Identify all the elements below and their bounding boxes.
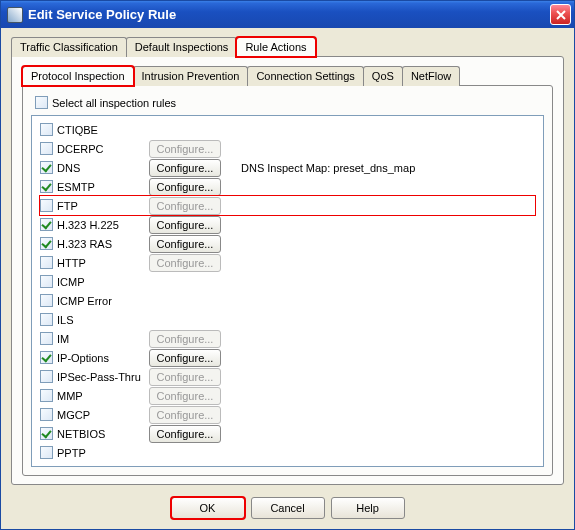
rule-row: MMPConfigure... bbox=[40, 386, 535, 405]
rule-name: NETBIOS bbox=[57, 428, 149, 440]
rule-name: ESMTP bbox=[57, 181, 149, 193]
rule-name: IP-Options bbox=[57, 352, 149, 364]
rule-row: IMConfigure... bbox=[40, 329, 535, 348]
rule-name: CTIQBE bbox=[57, 124, 149, 136]
configure-button: Configure... bbox=[149, 140, 221, 158]
sub-tabs: Protocol InspectionIntrusion PreventionC… bbox=[22, 65, 553, 85]
configure-button: Configure... bbox=[149, 197, 221, 215]
help-button[interactable]: Help bbox=[331, 497, 405, 519]
rule-checkbox[interactable] bbox=[40, 313, 53, 326]
rule-name: ICMP bbox=[57, 276, 149, 288]
rule-row: H.323 H.225Configure... bbox=[40, 215, 535, 234]
rule-checkbox[interactable] bbox=[40, 142, 53, 155]
rule-name: HTTP bbox=[57, 257, 149, 269]
sub-tab-0[interactable]: Protocol Inspection bbox=[22, 66, 134, 86]
rule-checkbox[interactable] bbox=[40, 370, 53, 383]
rule-checkbox[interactable] bbox=[40, 199, 53, 212]
rule-name: H.323 RAS bbox=[57, 238, 149, 250]
rule-name: PPTP bbox=[57, 447, 149, 459]
app-icon bbox=[7, 7, 23, 23]
rule-row: IP-OptionsConfigure... bbox=[40, 348, 535, 367]
configure-button: Configure... bbox=[149, 406, 221, 424]
dialog-window: Edit Service Policy Rule Traffic Classif… bbox=[0, 0, 575, 530]
rule-checkbox[interactable] bbox=[40, 446, 53, 459]
rule-name: FTP bbox=[57, 200, 149, 212]
configure-button[interactable]: Configure... bbox=[149, 425, 221, 443]
configure-button[interactable]: Configure... bbox=[149, 349, 221, 367]
configure-button: Configure... bbox=[149, 254, 221, 272]
rule-checkbox[interactable] bbox=[40, 351, 53, 364]
rule-row: FTPConfigure... bbox=[40, 196, 535, 215]
content-area: Traffic ClassificationDefault Inspection… bbox=[1, 28, 574, 489]
rule-name: MMP bbox=[57, 390, 149, 402]
rule-row: H.323 RASConfigure... bbox=[40, 234, 535, 253]
rule-checkbox[interactable] bbox=[40, 161, 53, 174]
main-tab-1[interactable]: Default Inspections bbox=[126, 37, 238, 57]
configure-button: Configure... bbox=[149, 368, 221, 386]
main-pane: Protocol InspectionIntrusion PreventionC… bbox=[11, 56, 564, 485]
rule-checkbox[interactable] bbox=[40, 123, 53, 136]
rule-row: DNSConfigure...DNS Inspect Map: preset_d… bbox=[40, 158, 535, 177]
select-all-row: Select all inspection rules bbox=[35, 96, 544, 109]
rules-list-container: CTIQBEDCERPCConfigure...DNSConfigure...D… bbox=[31, 115, 544, 467]
rules-list[interactable]: CTIQBEDCERPCConfigure...DNSConfigure...D… bbox=[32, 116, 543, 466]
rule-checkbox[interactable] bbox=[40, 275, 53, 288]
rule-checkbox[interactable] bbox=[40, 408, 53, 421]
window-title: Edit Service Policy Rule bbox=[28, 7, 550, 22]
sub-tab-3[interactable]: QoS bbox=[363, 66, 403, 86]
configure-button[interactable]: Configure... bbox=[149, 216, 221, 234]
rule-checkbox[interactable] bbox=[40, 180, 53, 193]
main-tab-2[interactable]: Rule Actions bbox=[236, 37, 315, 57]
rule-checkbox[interactable] bbox=[40, 427, 53, 440]
rule-checkbox[interactable] bbox=[40, 237, 53, 250]
rule-row: ICMP Error bbox=[40, 291, 535, 310]
configure-button[interactable]: Configure... bbox=[149, 159, 221, 177]
title-bar: Edit Service Policy Rule bbox=[1, 1, 574, 28]
configure-button: Configure... bbox=[149, 330, 221, 348]
main-tabs: Traffic ClassificationDefault Inspection… bbox=[11, 36, 564, 56]
rule-row: ICMP bbox=[40, 272, 535, 291]
rule-checkbox[interactable] bbox=[40, 389, 53, 402]
rule-row: PPTP bbox=[40, 443, 535, 462]
configure-button[interactable]: Configure... bbox=[149, 235, 221, 253]
configure-button: Configure... bbox=[149, 387, 221, 405]
main-tab-0[interactable]: Traffic Classification bbox=[11, 37, 127, 57]
rule-row: DCERPCConfigure... bbox=[40, 139, 535, 158]
rule-name: MGCP bbox=[57, 409, 149, 421]
rule-info: DNS Inspect Map: preset_dns_map bbox=[241, 162, 415, 174]
rule-checkbox[interactable] bbox=[40, 218, 53, 231]
rule-name: ILS bbox=[57, 314, 149, 326]
dialog-buttons: OK Cancel Help bbox=[1, 489, 574, 529]
select-all-checkbox[interactable] bbox=[35, 96, 48, 109]
configure-button[interactable]: Configure... bbox=[149, 178, 221, 196]
close-button[interactable] bbox=[550, 4, 571, 25]
rule-row: IPSec-Pass-ThruConfigure... bbox=[40, 367, 535, 386]
rule-name: DCERPC bbox=[57, 143, 149, 155]
ok-button[interactable]: OK bbox=[171, 497, 245, 519]
rule-row: MGCPConfigure... bbox=[40, 405, 535, 424]
sub-tab-1[interactable]: Intrusion Prevention bbox=[133, 66, 249, 86]
rule-row: HTTPConfigure... bbox=[40, 253, 535, 272]
rule-row: ILS bbox=[40, 310, 535, 329]
rule-row: CTIQBE bbox=[40, 120, 535, 139]
rule-row: ESMTPConfigure... bbox=[40, 177, 535, 196]
select-all-label: Select all inspection rules bbox=[52, 97, 176, 109]
rule-name: IPSec-Pass-Thru bbox=[57, 371, 149, 383]
rule-name: ICMP Error bbox=[57, 295, 149, 307]
rule-checkbox[interactable] bbox=[40, 256, 53, 269]
rule-checkbox[interactable] bbox=[40, 294, 53, 307]
rule-name: H.323 H.225 bbox=[57, 219, 149, 231]
rule-name: DNS bbox=[57, 162, 149, 174]
rule-row: NETBIOSConfigure... bbox=[40, 424, 535, 443]
close-icon bbox=[556, 10, 566, 20]
sub-tab-2[interactable]: Connection Settings bbox=[247, 66, 363, 86]
rule-checkbox[interactable] bbox=[40, 332, 53, 345]
cancel-button[interactable]: Cancel bbox=[251, 497, 325, 519]
sub-tab-4[interactable]: NetFlow bbox=[402, 66, 460, 86]
rule-name: IM bbox=[57, 333, 149, 345]
sub-pane: Select all inspection rules CTIQBEDCERPC… bbox=[22, 85, 553, 476]
